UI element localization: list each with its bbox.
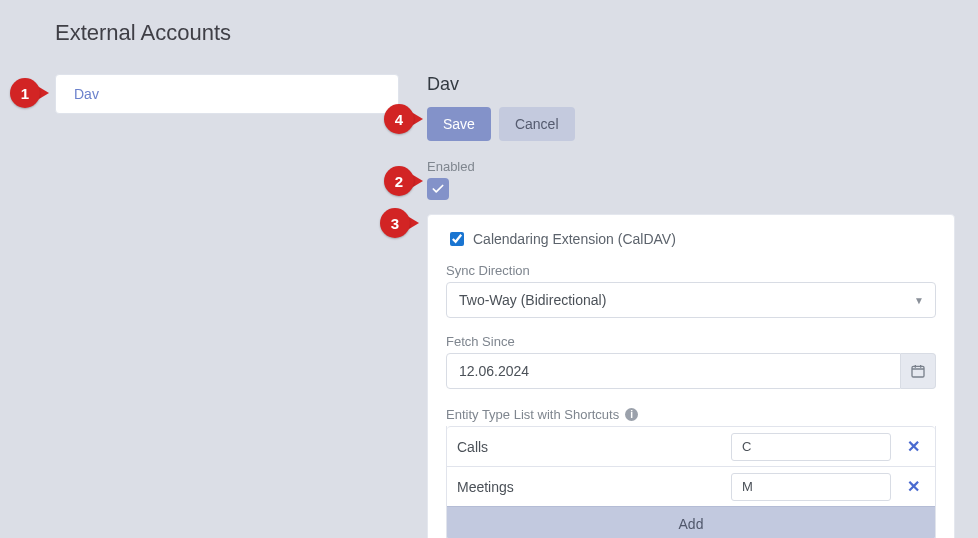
remove-row-button[interactable]: ✕ [901, 477, 925, 496]
entity-type-list: Calls ✕ Meetings ✕ Add [446, 426, 936, 538]
sync-direction-select[interactable] [446, 282, 936, 318]
cancel-button[interactable]: Cancel [499, 107, 575, 141]
entity-row: Meetings ✕ [447, 466, 935, 506]
page-title: External Accounts [55, 20, 231, 46]
entity-shortcut-input[interactable] [731, 473, 891, 501]
save-button[interactable]: Save [427, 107, 491, 141]
entity-shortcut-input[interactable] [731, 433, 891, 461]
entity-list-label: Entity Type List with Shortcuts i [446, 407, 936, 422]
detail-heading: Dav [427, 74, 955, 95]
svg-rect-0 [912, 366, 924, 377]
enabled-label: Enabled [427, 159, 955, 174]
caldav-title: Calendaring Extension (CalDAV) [473, 231, 676, 247]
callout-marker: 3 [380, 208, 419, 238]
fetch-since-label: Fetch Since [446, 334, 936, 349]
callout-marker: 1 [10, 78, 49, 108]
entity-name: Calls [457, 439, 721, 455]
callout-marker: 2 [384, 166, 423, 196]
sidebar-item-dav[interactable]: Dav [55, 74, 399, 114]
calendar-icon [910, 363, 926, 379]
sync-direction-label: Sync Direction [446, 263, 936, 278]
entity-add-button[interactable]: Add [447, 506, 935, 538]
caldav-checkbox[interactable] [450, 232, 464, 246]
sidebar-item-label: Dav [74, 86, 99, 102]
info-icon: i [625, 408, 638, 421]
caldav-card: Calendaring Extension (CalDAV) Sync Dire… [427, 214, 955, 538]
enabled-checkbox[interactable] [427, 178, 449, 200]
callout-marker: 4 [384, 104, 423, 134]
remove-row-button[interactable]: ✕ [901, 437, 925, 456]
entity-name: Meetings [457, 479, 721, 495]
entity-row: Calls ✕ [447, 426, 935, 466]
fetch-since-input[interactable] [446, 353, 901, 389]
date-picker-button[interactable] [901, 353, 936, 389]
